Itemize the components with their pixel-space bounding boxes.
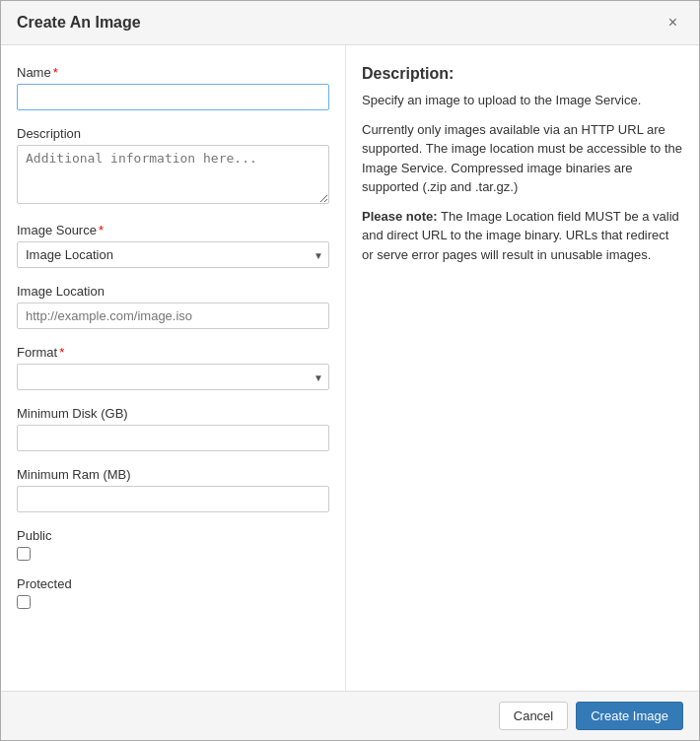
form-panel: Name* Description Image Source* Image Lo…: [1, 45, 346, 691]
info-text-1: Specify an image to upload to the Image …: [362, 91, 683, 110]
info-title: Description:: [362, 65, 683, 83]
info-note: Please note: The Image Location field MU…: [362, 207, 683, 265]
public-checkbox-group: [17, 547, 329, 561]
min-disk-input[interactable]: [17, 425, 329, 451]
image-location-input[interactable]: [17, 303, 329, 329]
min-ram-input[interactable]: [17, 486, 329, 512]
modal-title: Create An Image: [17, 14, 141, 32]
modal-body: Name* Description Image Source* Image Lo…: [1, 45, 699, 691]
description-textarea[interactable]: [17, 145, 329, 204]
public-group: Public: [17, 528, 329, 561]
info-text-2: Currently only images available via an H…: [362, 120, 683, 197]
name-label: Name*: [17, 65, 329, 80]
modal-footer: Cancel Create Image: [1, 691, 699, 740]
description-group: Description: [17, 126, 329, 207]
image-location-label: Image Location: [17, 284, 329, 299]
protected-label: Protected: [17, 576, 329, 591]
image-source-select[interactable]: Image Location File: [17, 241, 329, 268]
info-panel: Description: Specify an image to upload …: [346, 45, 699, 691]
create-image-button[interactable]: Create Image: [576, 702, 683, 730]
info-note-bold: Please note:: [362, 209, 438, 224]
image-source-group: Image Source* Image Location File ▼: [17, 223, 329, 268]
image-source-label: Image Source*: [17, 223, 329, 237]
protected-group: Protected: [17, 576, 329, 609]
create-image-modal: Create An Image × Name* Description Imag…: [0, 0, 700, 741]
public-label: Public: [17, 528, 329, 543]
format-group: Format* AKI AMI ARI Docker ISO OVA QCOW2…: [17, 345, 329, 390]
cancel-button[interactable]: Cancel: [499, 702, 568, 730]
min-disk-label: Minimum Disk (GB): [17, 406, 329, 421]
format-select[interactable]: AKI AMI ARI Docker ISO OVA QCOW2 RAW VDI…: [17, 364, 329, 390]
modal-header: Create An Image ×: [1, 1, 699, 45]
min-ram-group: Minimum Ram (MB): [17, 467, 329, 512]
public-checkbox[interactable]: [17, 547, 31, 561]
name-group: Name*: [17, 65, 329, 110]
image-source-select-wrapper: Image Location File ▼: [17, 241, 329, 268]
description-label: Description: [17, 126, 329, 141]
min-ram-label: Minimum Ram (MB): [17, 467, 329, 482]
min-disk-group: Minimum Disk (GB): [17, 406, 329, 451]
image-location-group: Image Location: [17, 284, 329, 329]
name-input[interactable]: [17, 84, 329, 110]
format-select-wrapper: AKI AMI ARI Docker ISO OVA QCOW2 RAW VDI…: [17, 364, 329, 390]
format-label: Format*: [17, 345, 329, 360]
protected-checkbox[interactable]: [17, 595, 31, 609]
protected-checkbox-group: [17, 595, 329, 609]
close-button[interactable]: ×: [663, 13, 683, 33]
